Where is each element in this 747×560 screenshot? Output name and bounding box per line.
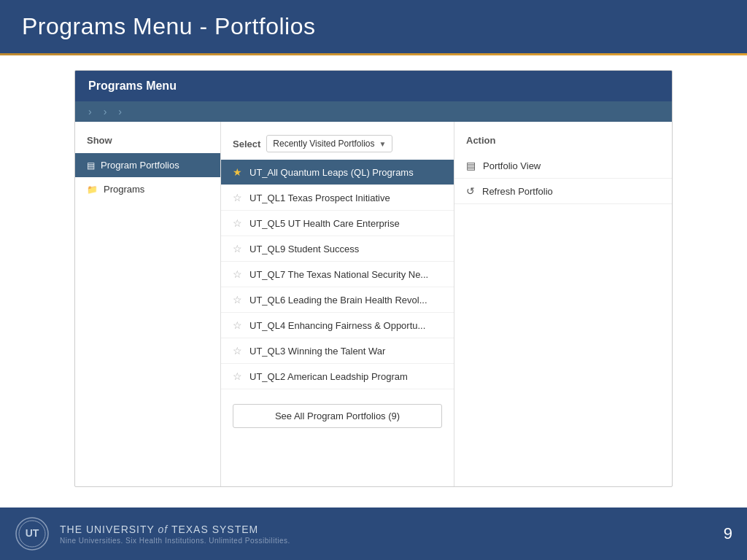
chevron-down-icon: ▼ xyxy=(379,140,387,148)
list-item[interactable]: ★ UT_All Quantum Leaps (QL) Programs xyxy=(221,160,454,185)
sidebar-item-programs[interactable]: 📁 Programs xyxy=(75,177,220,201)
recently-visited-dropdown[interactable]: Recently Visited Portfolios ▼ xyxy=(266,135,392,152)
ut-logo: UT xyxy=(15,516,50,551)
star-icon: ☆ xyxy=(233,319,242,331)
select-column-header: Select Recently Visited Portfolios ▼ xyxy=(221,131,454,160)
main-content: Programs Menu › › › Show ▤ Program Portf… xyxy=(0,55,747,508)
list-item[interactable]: ☆ UT_QL3 Winning the Talent War xyxy=(221,338,454,364)
star-icon: ☆ xyxy=(233,217,242,229)
list-item[interactable]: ☆ UT_QL9 Student Success xyxy=(221,236,454,262)
portfolio-name: UT_QL6 Leading the Brain Health Revol... xyxy=(249,295,427,306)
page-header: Programs Menu - Portfolios xyxy=(0,0,747,53)
columns-container: Show ▤ Program Portfolios 📁 Programs Sel… xyxy=(75,122,672,486)
star-icon: ☆ xyxy=(233,268,242,280)
see-all-button[interactable]: See All Program Portfolios (9) xyxy=(233,404,442,428)
nav-strip: › › › xyxy=(75,101,672,122)
portfolio-name: UT_All Quantum Leaps (QL) Programs xyxy=(249,167,414,178)
portfolio-view-icon: ▤ xyxy=(466,160,476,171)
portfolio-name: UT_QL3 Winning the Talent War xyxy=(249,346,385,357)
list-item[interactable]: ☆ UT_QL4 Enhancing Fairness & Opportu... xyxy=(221,313,454,338)
portfolio-name: UT_QL5 UT Health Care Enterprise xyxy=(249,218,400,229)
programs-menu-title-bar: Programs Menu xyxy=(75,71,672,101)
portfolio-list: ★ UT_All Quantum Leaps (QL) Programs ☆ U… xyxy=(221,160,454,389)
action-label: Portfolio View xyxy=(483,160,541,171)
dropdown-value: Recently Visited Portfolios xyxy=(273,139,374,149)
sidebar-item-label-programs: Programs xyxy=(104,184,144,195)
action-label: Refresh Portfolio xyxy=(482,186,553,197)
page-number: 9 xyxy=(724,524,732,543)
refresh-portfolio-action[interactable]: ↺ Refresh Portfolio xyxy=(454,179,672,204)
nav-arrow-3: › xyxy=(118,106,122,117)
show-column-header: Show xyxy=(75,131,220,153)
list-item[interactable]: ☆ UT_QL1 Texas Prospect Initiative xyxy=(221,185,454,211)
portfolio-name: UT_QL1 Texas Prospect Initiative xyxy=(249,192,390,203)
programs-menu-title: Programs Menu xyxy=(88,79,177,92)
page-title: Programs Menu - Portfolios xyxy=(22,13,315,39)
sidebar-item-program-portfolios[interactable]: ▤ Program Portfolios xyxy=(75,153,220,177)
list-item[interactable]: ☆ UT_QL5 UT Health Care Enterprise xyxy=(221,211,454,236)
footer-title-part1: THE UNIVERSITY xyxy=(60,524,158,535)
list-item[interactable]: ☆ UT_QL7 The Texas National Security Ne.… xyxy=(221,262,454,287)
show-column: Show ▤ Program Portfolios 📁 Programs xyxy=(75,122,221,486)
footer-text: THE UNIVERSITY of TEXAS SYSTEM Nine Univ… xyxy=(60,524,290,545)
refresh-icon: ↺ xyxy=(466,185,475,197)
star-icon: ☆ xyxy=(233,294,242,306)
footer-subtitle: Nine Universities. Six Health Institutio… xyxy=(60,537,290,545)
sidebar-item-label-portfolios: Program Portfolios xyxy=(101,160,179,171)
star-icon: ☆ xyxy=(233,243,242,254)
nav-arrow-1: › xyxy=(88,106,92,117)
footer-university-name: THE UNIVERSITY of TEXAS SYSTEM xyxy=(60,524,290,535)
star-icon: ☆ xyxy=(233,370,242,382)
select-column: Select Recently Visited Portfolios ▼ ★ U… xyxy=(221,122,454,486)
nav-arrow-2: › xyxy=(104,106,107,117)
svg-text:UT: UT xyxy=(26,527,39,539)
page-footer: UT THE UNIVERSITY of TEXAS SYSTEM Nine U… xyxy=(0,508,747,560)
portfolio-name: UT_QL7 The Texas National Security Ne... xyxy=(249,269,428,280)
portfolio-icon: ▤ xyxy=(87,160,95,171)
star-icon: ☆ xyxy=(233,345,242,357)
portfolio-name: UT_QL9 Student Success xyxy=(249,244,359,254)
action-column: Action ▤ Portfolio View ↺ Refresh Portfo… xyxy=(454,122,672,486)
programs-menu-box: Programs Menu › › › Show ▤ Program Portf… xyxy=(74,70,673,487)
select-label: Select xyxy=(233,139,260,149)
star-icon: ★ xyxy=(233,166,242,178)
list-item[interactable]: ☆ UT_QL6 Leading the Brain Health Revol.… xyxy=(221,287,454,313)
action-column-header: Action xyxy=(454,131,672,153)
portfolio-name: UT_QL4 Enhancing Fairness & Opportu... xyxy=(249,320,425,331)
star-icon: ☆ xyxy=(233,192,242,203)
portfolio-view-action[interactable]: ▤ Portfolio View xyxy=(454,153,672,179)
programs-icon: 📁 xyxy=(87,184,98,195)
footer-title-of: of xyxy=(158,524,169,535)
list-item[interactable]: ☆ UT_QL2 American Leadship Program xyxy=(221,364,454,389)
footer-title-part2: TEXAS SYSTEM xyxy=(171,524,258,535)
portfolio-name: UT_QL2 American Leadship Program xyxy=(249,371,408,382)
